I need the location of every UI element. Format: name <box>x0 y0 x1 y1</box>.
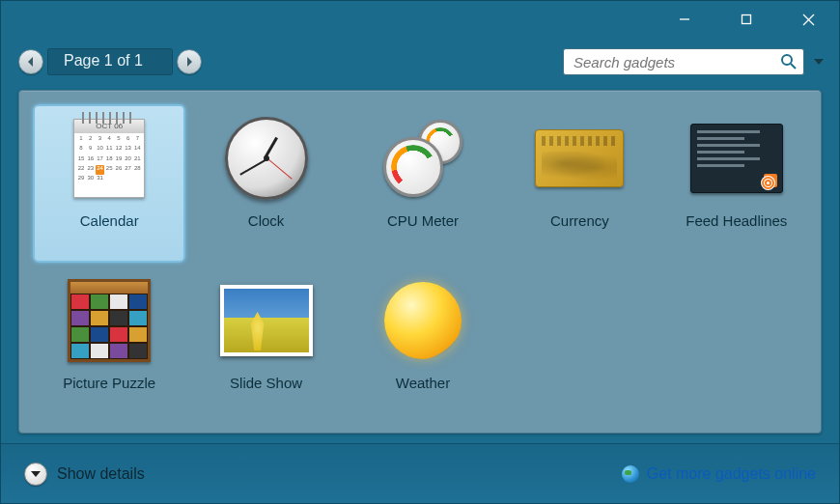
weather-icon <box>375 274 471 367</box>
globe-icon <box>622 465 639 483</box>
gadget-label: Clock <box>248 212 285 229</box>
calendar-month-label: OCT 06 <box>74 120 144 133</box>
gadget-gallery-window: Page 1 of 1 OCT 06 1234567 <box>0 0 840 504</box>
minimize-button[interactable] <box>654 1 715 38</box>
cpu-meter-icon <box>375 112 471 205</box>
chevron-down-icon <box>24 462 47 486</box>
puzzle-icon <box>61 274 157 367</box>
svg-rect-1 <box>742 15 751 24</box>
gadget-picture-puzzle[interactable]: Picture Puzzle <box>33 266 185 425</box>
footer: Show details Get more gadgets online <box>1 443 839 503</box>
slideshow-icon <box>218 274 315 367</box>
gadget-cpu-meter[interactable]: CPU Meter <box>347 104 499 263</box>
search-filter-dropdown[interactable] <box>814 59 824 65</box>
get-more-gadgets-link[interactable]: Get more gadgets online <box>622 465 816 483</box>
gadget-label: Feed Headlines <box>686 212 787 229</box>
gadget-label: Weather <box>396 375 450 391</box>
page-prev-button[interactable] <box>18 49 43 74</box>
svg-line-5 <box>791 64 796 69</box>
gadget-grid: OCT 06 1234567 891011121314 151617181920… <box>18 90 822 434</box>
search-icon[interactable] <box>780 53 798 73</box>
gadget-calendar[interactable]: OCT 06 1234567 891011121314 151617181920… <box>33 104 185 263</box>
gadget-label: CPU Meter <box>387 212 459 229</box>
feed-icon <box>688 112 785 205</box>
svg-point-4 <box>782 55 792 65</box>
close-button[interactable] <box>777 1 839 38</box>
show-details-toggle[interactable]: Show details <box>24 462 145 486</box>
gadget-currency[interactable]: Currency <box>503 104 656 263</box>
gadget-clock[interactable]: Clock <box>189 104 342 263</box>
show-details-label: Show details <box>57 465 145 483</box>
maximize-button[interactable] <box>715 1 777 38</box>
gadget-slide-show[interactable]: Slide Show <box>189 266 342 425</box>
more-link-label: Get more gadgets online <box>647 465 816 483</box>
calendar-icon: OCT 06 1234567 891011121314 151617181920… <box>61 112 157 205</box>
currency-icon <box>531 112 628 205</box>
page-next-button[interactable] <box>177 49 202 74</box>
gadget-feed-headlines[interactable]: Feed Headlines <box>660 104 813 263</box>
search-box[interactable] <box>563 48 804 75</box>
clock-icon <box>218 112 315 205</box>
pager: Page 1 of 1 <box>18 48 202 75</box>
page-indicator: Page 1 of 1 <box>47 48 173 75</box>
search-wrap <box>563 48 824 75</box>
search-input[interactable] <box>574 54 776 70</box>
gadget-label: Currency <box>550 212 609 229</box>
titlebar <box>1 1 839 38</box>
gadget-label: Picture Puzzle <box>63 375 155 391</box>
toolbar: Page 1 of 1 <box>1 38 839 86</box>
gadget-label: Slide Show <box>230 375 302 391</box>
gadget-label: Calendar <box>80 212 139 229</box>
gadget-weather[interactable]: Weather <box>347 266 499 425</box>
